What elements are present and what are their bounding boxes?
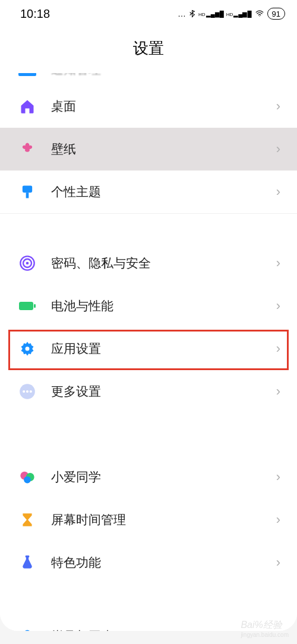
flask-icon [17,552,38,573]
chevron-right-icon: › [276,184,280,200]
chevron-right-icon: › [276,384,280,399]
hourglass-icon [17,509,38,531]
status-time: 10:18 [20,7,50,21]
item-label: 个性主题 [51,184,276,200]
bluetooth-icon [188,9,196,18]
section-divider [0,413,297,456]
settings-item-theme[interactable]: 个性主题 › [0,171,297,213]
settings-item-wallpaper[interactable]: 壁纸 › [0,128,297,171]
wifi-icon [254,10,265,18]
section-divider [0,213,297,242]
item-label: 通知管理 [51,73,276,78]
settings-item-features[interactable]: 特色功能 › [0,541,297,584]
item-label: 屏幕时间管理 [51,512,276,528]
settings-item-xiaoai[interactable]: 小爱同学 › [0,456,297,498]
chevron-right-icon: › [276,73,280,78]
svg-rect-0 [23,186,32,193]
chevron-right-icon: › [276,469,280,485]
watermark: Bai%经验 jingyan.baidu.com [241,619,289,638]
signal-1-icon: HD▂▄▆█ [198,11,224,17]
chevron-right-icon: › [276,141,280,157]
chevron-right-icon: › [276,512,280,528]
svg-rect-1 [26,192,29,198]
item-label: 特色功能 [51,554,276,571]
svg-rect-15 [26,555,30,557]
brush-icon [17,181,38,203]
settings-item-apps[interactable]: 应用设置 › [0,327,297,370]
xiaoai-icon [17,466,38,488]
settings-item-more[interactable]: 更多设置 › [0,370,297,413]
chevron-right-icon: › [276,99,280,114]
dots-icon [17,381,38,402]
item-label: 小爱同学 [51,469,276,485]
chevron-right-icon: › [276,341,280,356]
chevron-right-icon: › [276,255,280,271]
svg-point-4 [26,262,29,265]
svg-point-11 [30,390,32,393]
item-label: 电池与性能 [51,298,276,314]
settings-item-battery[interactable]: 电池与性能 › [0,285,297,327]
settings-item-partial[interactable]: 通知管理 › [0,73,297,85]
item-label: 密码、隐私与安全 [51,255,276,272]
svg-rect-6 [34,304,36,308]
settings-item-desktop[interactable]: 桌面 › [0,85,297,128]
battery-icon [17,295,38,317]
flower-icon [17,138,38,160]
chevron-right-icon: › [276,555,280,570]
settings-item-screentime[interactable]: 屏幕时间管理 › [0,498,297,541]
person-icon [17,626,38,631]
svg-point-16 [24,630,31,632]
svg-point-14 [24,476,31,484]
svg-rect-5 [19,302,33,310]
item-label: 应用设置 [51,340,276,357]
bar-icon [17,73,38,85]
item-label: 壁纸 [51,141,276,157]
home-icon [17,96,38,117]
app-header: 设置 [0,25,297,73]
svg-point-10 [26,390,29,393]
battery-indicator: 91 [267,8,285,20]
more-indicator: … [178,9,186,18]
svg-point-7 [26,347,30,351]
fingerprint-icon [17,252,38,274]
item-label: 更多设置 [51,383,276,400]
settings-item-security[interactable]: 密码、隐私与安全 › [0,242,297,285]
item-label: 桌面 [51,98,276,115]
page-title: 设置 [0,38,297,59]
settings-list: 通知管理 › 桌面 › 壁纸 › 个性主题 › [0,73,297,631]
gear-icon [17,338,38,359]
status-indicators: … HD▂▄▆█ HD▂▄▆█ 91 [178,8,285,20]
svg-point-9 [23,390,25,393]
status-bar: 10:18 … HD▂▄▆█ HD▂▄▆█ 91 [0,0,297,25]
signal-2-icon: HD▂▄▆█ [226,11,252,17]
section-divider [0,584,297,615]
chevron-right-icon: › [276,298,280,314]
